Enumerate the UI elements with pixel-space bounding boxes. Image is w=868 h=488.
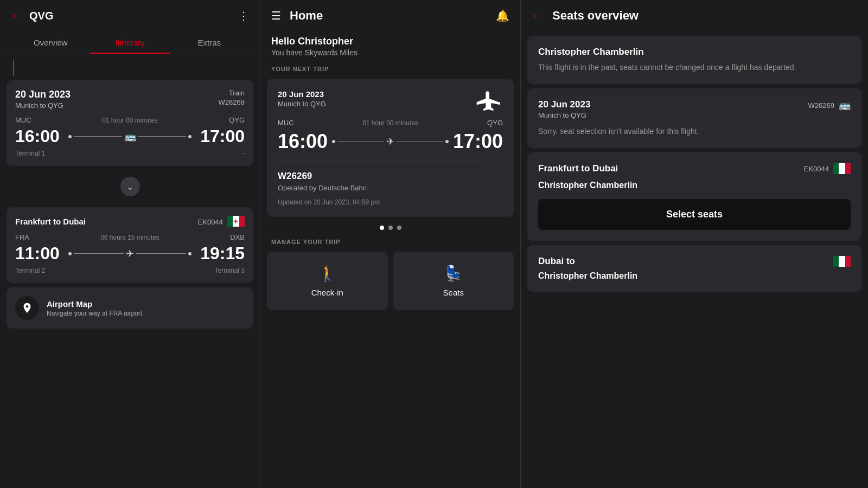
expand-button[interactable]: ⌄: [0, 170, 260, 203]
tab-extras[interactable]: Extras: [170, 31, 249, 54]
train-type-block: Train W26269: [219, 89, 245, 106]
manage-label: MANAGE YOUR TRIP: [260, 239, 520, 245]
train-seat-unavailable: Sorry, seat selection isn't available fo…: [538, 126, 851, 137]
miles-suffix: Skywards Miles: [305, 48, 358, 57]
train-seat-date: 20 Jun 2023: [538, 99, 590, 110]
miles-label: You have: [271, 48, 303, 57]
seats-icon: 💺: [444, 265, 463, 282]
svg-rect-6: [845, 163, 851, 174]
past-flight-notice: This flight is in the past, seats cannot…: [538, 62, 851, 73]
more-icon[interactable]: ⋮: [238, 9, 249, 22]
svg-rect-9: [845, 256, 851, 267]
train-date-block: 20 Jun 2023 Munich to QYG: [15, 89, 71, 110]
ek-seat-number: EK0044: [804, 165, 829, 173]
ek-number: EK0044: [198, 218, 223, 226]
ek-route: Frankfurt to Dubai: [15, 217, 86, 226]
ek-seat-route-block: Frankfurt to Dubai: [538, 163, 618, 174]
svg-rect-4: [833, 163, 839, 174]
trip-divider: [278, 162, 481, 162]
seats-title: Seats overview: [552, 9, 857, 23]
train-number: W26269: [219, 98, 245, 106]
dubai-passenger: Christopher Chamberlin: [538, 271, 851, 281]
ek-route-row: FRA 06 hours 15 minutes DXB: [15, 233, 245, 241]
manage-cards: 🚶 Check-in 💺 Seats: [260, 252, 520, 310]
home-top-bar: ☰ Home 🔔: [260, 0, 520, 31]
trip-plane-icon: ✈: [386, 136, 394, 147]
passenger-notice-section: Christopher Chamberlin This flight is in…: [527, 36, 861, 84]
train-arr-terminal: -: [242, 150, 245, 157]
ek-seat-header: Frankfurt to Dubai EK0044: [538, 163, 851, 174]
checkin-icon: 🚶: [318, 265, 337, 282]
trip-date: 20 Jun 2023: [278, 89, 326, 99]
next-trip-card: 20 Jun 2023 Munich to QYG MUC 01 hour 00…: [267, 79, 514, 217]
dubai-route: Dubai to: [538, 256, 575, 267]
ek-route-line: ✈: [68, 248, 192, 260]
train-seat-route: Munich to QYG: [538, 111, 590, 119]
dubai-emirates-logo: [833, 256, 851, 267]
emirates-logo: ✈: [227, 216, 245, 227]
greeting-miles: You have Skywards Miles: [271, 48, 509, 57]
menu-icon[interactable]: ☰: [271, 9, 281, 22]
navigation-icon: [21, 302, 33, 314]
train-time-row: 16:00 🚌 17:00: [15, 126, 245, 146]
ek-dot-right: [188, 252, 192, 255]
trip-operated-by: Operated by Deutsche Bahn: [278, 184, 503, 192]
trip-arr-airport: QYG: [481, 119, 503, 127]
tab-overview[interactable]: Overview: [11, 31, 90, 54]
trip-duration: 01 hour 00 minutes: [304, 119, 477, 127]
train-arr-time: 17:00: [196, 126, 245, 146]
greeting-hello: Hello Christopher: [271, 36, 509, 47]
train-arr-code: QYG: [218, 116, 245, 124]
ek-emirates-logo: [833, 163, 851, 174]
dot-3: [397, 226, 401, 230]
itinerary-content: 20 Jun 2023 Munich to QYG Train W26269 M…: [0, 54, 260, 488]
svg-rect-8: [839, 256, 845, 267]
airport-map-card[interactable]: Airport Map Navigate your way at FRA air…: [7, 287, 253, 329]
train-seat-num-block: W26269 🚌: [808, 99, 851, 111]
ek-dot-left: [68, 252, 72, 255]
trip-dot-r: [445, 140, 449, 143]
train-terminal-row: Terminal 1 -: [15, 150, 245, 157]
next-trip-label: YOUR NEXT TRIP: [260, 66, 520, 72]
ek-seat-section: Frankfurt to Dubai EK0044 Christopher Ch…: [527, 152, 861, 241]
map-text-block: Airport Map Navigate your way at FRA air…: [47, 299, 144, 317]
map-icon-circle: [15, 296, 39, 320]
train-dep-code: MUC: [15, 116, 42, 124]
map-title: Airport Map: [47, 299, 144, 309]
bus-icon: 🚌: [124, 131, 136, 143]
train-card-header: 20 Jun 2023 Munich to QYG Train W26269: [15, 89, 245, 110]
left-top-bar: ← QVG ⋮: [0, 0, 260, 31]
checkin-label: Check-in: [311, 288, 343, 297]
select-seats-button[interactable]: Select seats: [538, 199, 851, 230]
dot-1: [380, 226, 384, 230]
back-icon[interactable]: ←: [11, 9, 23, 23]
svg-rect-7: [833, 256, 839, 267]
trip-line-l: [337, 142, 384, 142]
tab-itinerary[interactable]: Itinerary: [90, 31, 169, 54]
ek-line-seg: [74, 253, 124, 254]
passenger-name: Christopher Chamberlin: [538, 47, 851, 57]
train-seat-number: W26269: [808, 101, 834, 110]
dubai-seat-section: Dubai to Christopher Chamberlin: [527, 245, 861, 292]
ek-seat-route: Frankfurt to Dubai: [538, 163, 618, 174]
train-route-row: MUC 01 hour 00 minutes QYG: [15, 116, 245, 124]
dubai-seat-header: Dubai to: [538, 256, 851, 267]
ek-duration: 06 hours 15 minutes: [47, 234, 213, 241]
aircraft-icon: [476, 89, 503, 117]
trip-dep-airport: MUC: [278, 119, 299, 127]
ek-time-row: 11:00 ✈ 19:15: [15, 243, 245, 264]
dots-indicator: [260, 217, 520, 239]
line-seg: [74, 136, 122, 137]
train-seat-header: 20 Jun 2023 Munich to QYG W26269 🚌: [538, 99, 851, 119]
checkin-card[interactable]: 🚶 Check-in: [267, 252, 388, 310]
bell-icon[interactable]: 🔔: [496, 9, 509, 22]
dot-left: [68, 135, 72, 138]
map-subtitle: Navigate your way at FRA airport.: [47, 310, 144, 317]
ek-segment-card: Frankfurt to Dubai EK0044 ✈ FRA 06 hours…: [7, 207, 253, 283]
trip-time-row: 16:00 ✈ 17:00: [278, 130, 503, 153]
seats-card[interactable]: 💺 Seats: [393, 252, 514, 310]
train-seat-section: 20 Jun 2023 Munich to QYG W26269 🚌 Sorry…: [527, 88, 861, 148]
seats-top-bar: ← Seats overview: [521, 0, 868, 31]
seats-back-icon[interactable]: ←: [532, 9, 544, 23]
trip-route-row: MUC 01 hour 00 minutes QYG: [278, 119, 503, 127]
